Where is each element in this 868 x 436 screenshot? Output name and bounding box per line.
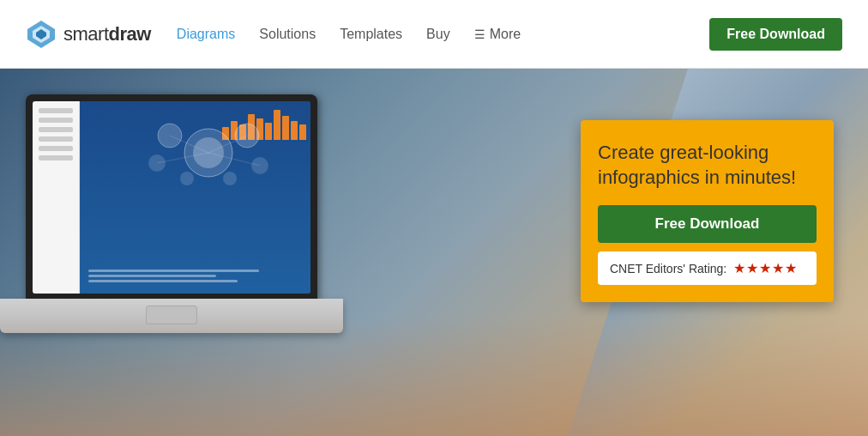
nav-buy[interactable]: Buy <box>426 27 450 42</box>
cnet-rating-label: CNET Editors' Rating: <box>610 262 726 276</box>
hero-section: Create great-looking infographics in min… <box>0 69 868 436</box>
sidebar-item-3 <box>39 127 73 132</box>
laptop-body <box>0 299 343 333</box>
screen-sidebar <box>33 101 80 294</box>
bar-10 <box>299 124 306 140</box>
laptop-trackpad <box>146 306 197 324</box>
cta-rating: CNET Editors' Rating: ★★★★★ <box>598 251 817 285</box>
sidebar-item-4 <box>39 136 73 142</box>
hamburger-icon: ☰ <box>474 27 485 41</box>
nav-diagrams[interactable]: Diagrams <box>177 27 235 42</box>
sidebar-item-2 <box>39 118 73 123</box>
cta-headline: Create great-looking infographics in min… <box>598 141 817 190</box>
infographic-circles-svg <box>131 110 286 196</box>
more-label: More <box>490 27 521 42</box>
screen-text-lines <box>88 269 302 285</box>
laptop-screen-outer <box>26 94 317 300</box>
sidebar-item-5 <box>39 146 73 151</box>
sidebar-item-1 <box>39 108 73 113</box>
nav-templates[interactable]: Templates <box>340 27 402 42</box>
svg-point-9 <box>180 172 194 185</box>
cta-box: Create great-looking infographics in min… <box>581 120 834 302</box>
svg-point-10 <box>223 172 237 185</box>
screen-main <box>80 101 310 294</box>
logo[interactable]: smartdraw <box>26 19 151 50</box>
laptop <box>0 77 472 436</box>
star-rating: ★★★★★ <box>733 260 798 276</box>
logo-text: smartdraw <box>63 23 151 45</box>
navbar-free-download-button[interactable]: Free Download <box>709 18 842 51</box>
nav-solutions[interactable]: Solutions <box>259 27 316 42</box>
cta-free-download-button[interactable]: Free Download <box>598 205 817 243</box>
bar-9 <box>291 121 298 140</box>
sidebar-item-6 <box>39 155 73 160</box>
navbar: smartdraw Diagrams Solutions Templates B… <box>0 0 868 69</box>
nav-links: Diagrams Solutions Templates Buy ☰ More <box>177 27 709 42</box>
nav-more[interactable]: ☰ More <box>474 27 521 42</box>
smartdraw-logo-icon <box>26 19 57 50</box>
laptop-screen <box>33 101 310 294</box>
